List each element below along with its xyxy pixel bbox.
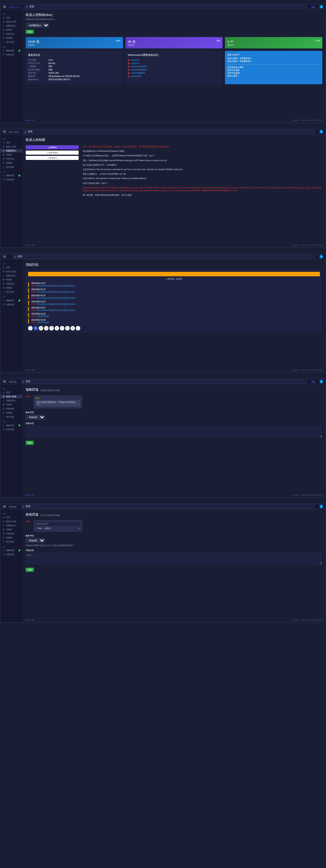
telegram-icon[interactable]: ✈ — [319, 5, 323, 9]
content-textarea[interactable] — [26, 553, 322, 565]
msg-header: ⚠ — [28, 272, 320, 276]
sidebar-item[interactable]: ◎首页 — [0, 516, 22, 519]
msg-item: 2021/09/10 01:57admin 在mytelegram消息账号对此发… — [28, 301, 320, 305]
msg-item: 2021/09/10 01:57admin 在mytelegram消息账号对此发… — [28, 295, 320, 299]
telegram-icon[interactable]: ✈ — [319, 505, 323, 508]
sidebar-item[interactable]: ⊞智能Hi — [0, 528, 22, 531]
sidebar-item[interactable]: ⊡群聊/私 — [0, 536, 22, 540]
blue-label: 蓝色 — [311, 6, 315, 8]
page-button[interactable]: 9 — [70, 326, 75, 330]
search-input[interactable]: Q搜索 — [24, 4, 307, 9]
sidebar-item[interactable]: ⊞智能Hi — [0, 278, 22, 282]
msg-item: 2021/09/10 01:57admin 在mytelegram消息账号对此发… — [28, 282, 320, 287]
stat-card: 0 个回复标签+7% — [225, 37, 322, 48]
breadcrumb: 回复标签 — [9, 505, 17, 508]
search-icon: Q — [22, 380, 24, 383]
save-button[interactable]: 保存 — [26, 568, 34, 572]
search-icon: Q — [24, 131, 26, 133]
sidebar-item[interactable]: ∞创建机器人 — [0, 524, 22, 527]
sidebar-item[interactable]: ☰回复列表 — [0, 407, 22, 411]
sidebar-item[interactable]: ⊕机器人列表 — [0, 20, 22, 24]
page-button[interactable]: 5 — [49, 326, 54, 330]
trigger-select[interactable]: 发送内容 — [26, 538, 45, 543]
sidebar-item[interactable]: ●搜索标签1 — [0, 49, 22, 52]
msg-item: 2021/09/10 01:03admin 在3356456465 — [28, 313, 320, 317]
sidebar-item[interactable]: ⊞智能Hi — [0, 403, 22, 407]
sidebar-item[interactable]: ☰回复列表 — [0, 157, 22, 161]
sidebar: 管理 ◎首页⊕机器人列表∞创建机器人⊞智能Hi☰回复列表⊡群聊/私Ⅰ发布消息 标… — [0, 9, 22, 122]
sidebar-item[interactable]: ∞创建机器人 — [0, 274, 22, 278]
trigger-select[interactable]: 发送内容 — [26, 415, 45, 420]
sidebar-item[interactable]: ●搜索标签1 — [0, 299, 22, 302]
sidebar-item[interactable]: ☐回复标签 — [0, 53, 22, 57]
search-input[interactable]: Q搜索 — [21, 379, 307, 384]
search-icon: Q — [26, 6, 28, 8]
sidebar-item[interactable]: ☐回复标签 — [0, 428, 22, 431]
sidebar-item[interactable]: Ⅰ发布消息 — [0, 415, 22, 419]
sidebar-item[interactable]: ☐回复标签 — [0, 303, 22, 306]
sidebar-item[interactable]: Ⅰ发布消息 — [0, 165, 22, 169]
page-button[interactable]: 2 — [33, 326, 38, 330]
menu-icon[interactable] — [3, 256, 6, 258]
sidebar-item[interactable]: ⊕机器人列表 — [0, 270, 22, 273]
search-input[interactable]: Q搜索 — [13, 254, 315, 259]
sidebar-item[interactable]: Ⅰ发布消息 — [0, 540, 22, 544]
sidebar-item[interactable]: ●搜索标签1 — [0, 424, 22, 427]
telegram-icon[interactable]: ✈ — [319, 130, 323, 133]
sidebar-item[interactable]: ●搜索标签1 — [0, 549, 22, 552]
telegram-icon[interactable]: ✈ — [319, 380, 323, 383]
sidebar-item[interactable]: ●搜索标签1 — [0, 174, 22, 177]
sidebar-item[interactable]: ⊕机器人列表 — [0, 145, 22, 149]
sidebar-item[interactable]: ☐回复标签 — [0, 553, 22, 556]
page-button[interactable]: 4 — [44, 326, 48, 330]
search-input[interactable]: Q搜索 — [23, 129, 315, 134]
telegram-icon[interactable]: ✈ — [319, 255, 323, 258]
sidebar-item[interactable]: ∞创建机器人 — [0, 24, 22, 28]
sidebar-item[interactable]: ☰回复列表 — [0, 32, 22, 36]
sidebar-item[interactable]: ◎首页 — [0, 266, 22, 269]
sidebar-item[interactable]: ∞创建机器人 — [0, 399, 22, 402]
sidebar-item[interactable]: Ⅰ发布消息 — [0, 40, 22, 44]
upload-bot-button[interactable]: 上传档Bot — [26, 145, 79, 149]
menu-icon[interactable] — [3, 6, 6, 8]
page-button[interactable]: 8 — [65, 326, 70, 330]
sidebar-item[interactable]: ◎首页 — [0, 391, 22, 394]
breadcrumb: 机器人列表 — [9, 131, 19, 133]
page-button[interactable]: » — [76, 326, 80, 330]
upload-robot-button[interactable]: 上传机器人 — [26, 156, 79, 160]
sidebar-item[interactable]: ☰回复列表 — [0, 282, 22, 286]
sidebar-item[interactable]: ⊡群聊/私 — [0, 161, 22, 165]
sidebar-item[interactable]: ⊞智能Hi — [0, 153, 22, 157]
bot-select[interactable]: 未设置机器人 — [26, 23, 49, 28]
page-title: 机器人控制家(Bot) — [26, 13, 322, 17]
content-textarea[interactable] — [26, 426, 322, 438]
send-icon[interactable]: ➤ — [79, 527, 80, 529]
tag-search-input[interactable] — [35, 522, 80, 526]
sidebar-item[interactable]: ∞创建机器人 — [0, 149, 22, 153]
msg-item: 2021/09/10 01:57admin 在mytelegram消息账号对此发… — [28, 289, 320, 293]
page-button[interactable]: 6 — [55, 326, 59, 330]
sidebar-item[interactable]: ☰回复列表 — [0, 532, 22, 536]
menu-icon[interactable] — [3, 131, 6, 133]
sidebar-item[interactable]: ☐回复标签 — [0, 178, 22, 181]
sidebar-item[interactable]: ⊕机器人列表 — [0, 395, 22, 398]
logo: Telegram-bot — [9, 6, 20, 8]
upload-token-button[interactable]: 上传伊Token — [26, 151, 79, 155]
menu-icon[interactable] — [3, 380, 6, 383]
search-input[interactable]: Q搜索 — [21, 504, 315, 509]
sidebar-item[interactable]: ⊕机器人列表 — [0, 520, 22, 523]
search-icon: Q — [14, 256, 16, 258]
sidebar-item[interactable]: Ⅰ发布消息 — [0, 290, 22, 294]
page-button[interactable]: 7 — [60, 326, 64, 330]
page-button[interactable]: 3 — [39, 326, 43, 330]
sidebar-item[interactable]: ⊡群聊/私 — [0, 411, 22, 415]
page-button[interactable]: 1 — [28, 326, 33, 330]
start-button[interactable]: 开始 — [26, 30, 34, 34]
sidebar-item[interactable]: ◎首页 — [0, 16, 22, 20]
sidebar-item[interactable]: ◎首页 — [0, 141, 22, 144]
sidebar-item[interactable]: ⊡群聊/私 — [0, 286, 22, 290]
sidebar-item[interactable]: ⊞智能Hi — [0, 28, 22, 32]
sidebar-item[interactable]: ⊡群聊/私 — [0, 36, 22, 40]
save-button[interactable]: 保存 — [26, 441, 34, 445]
menu-icon[interactable] — [3, 505, 6, 507]
